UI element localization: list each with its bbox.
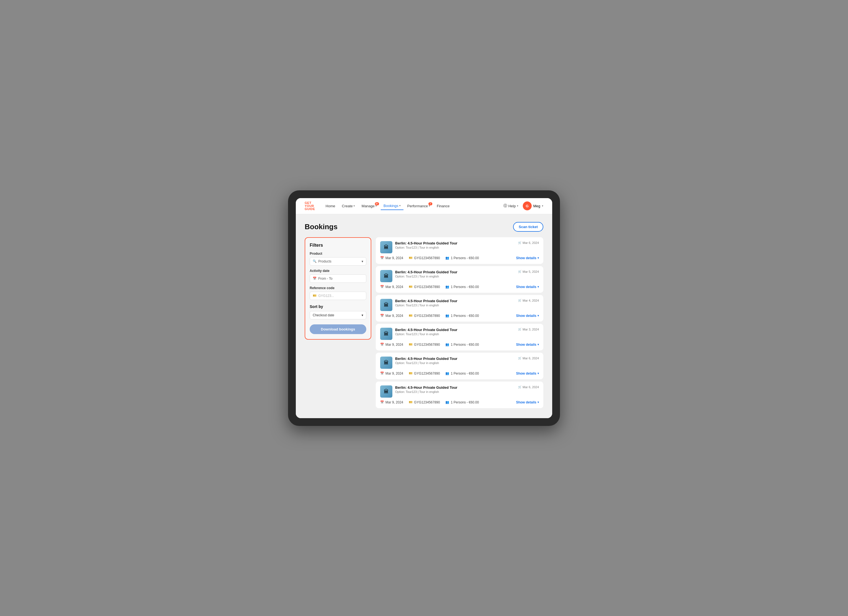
download-bookings-button[interactable]: Download bookings — [310, 324, 366, 334]
page-header: Bookings Scan ticket — [305, 222, 543, 232]
booking-date: Mar 4, 2024 — [522, 299, 539, 302]
nav-label-bookings: Bookings — [384, 204, 398, 208]
cart-icon: 🛒 — [518, 241, 521, 244]
activity-date-detail: 📅 Mar 9, 2024 — [380, 343, 403, 346]
chevron-down-icon: ▾ — [362, 313, 363, 317]
nav-label-finance: Finance — [437, 204, 449, 208]
booking-meta: Berlin: 4.5-Hour Private Guided Tour Opt… — [395, 357, 457, 364]
chevron-down-icon: ▾ — [517, 204, 518, 207]
persons-detail: 👥 1 Persons - €60.00 — [445, 343, 479, 346]
show-details-button[interactable]: Show details ▾ — [516, 314, 539, 318]
booking-info: Berlin: 4.5-Hour Private Guided Tour Opt… — [380, 241, 457, 253]
reference-code-input[interactable]: 🎫 GYG123... — [310, 292, 366, 300]
product-dropdown[interactable]: 🔍 Products ▾ — [310, 257, 366, 265]
show-details-button[interactable]: Show details ▾ — [516, 372, 539, 375]
nav-items: Home Create ▾ Manage ▾ 9+ Bookings ▾ — [323, 202, 452, 210]
header-right: ⓪ Help ▾ G Meg ▾ — [503, 201, 543, 210]
booking-meta: Berlin: 4.5-Hour Private Guided Tour Opt… — [395, 241, 457, 249]
show-details-button[interactable]: Show details ▾ — [516, 343, 539, 346]
activity-date-input[interactable]: 📅 From - To — [310, 274, 366, 283]
persons-icon: 👥 — [445, 285, 449, 289]
booking-subtitle: Option: Tour123 | Tour in english — [395, 304, 457, 307]
scan-ticket-button[interactable]: Scan ticket — [513, 222, 543, 232]
nav-item-performance[interactable]: Performance ▾ 7 — [405, 202, 433, 210]
nav-item-home[interactable]: Home — [323, 202, 338, 210]
reference-detail: 🎫 GYG1234567890 — [409, 256, 440, 260]
performance-badge: 7 — [428, 202, 432, 205]
reference-value: GYG1234567890 — [414, 285, 440, 289]
logo-line2: YOUR — [305, 204, 315, 207]
ticket-icon: 🎫 — [409, 343, 413, 346]
booking-card: Berlin: 4.5-Hour Private Guided Tour Opt… — [376, 266, 543, 293]
device-frame: GET YOUR GUIDE Home Create ▾ Manage ▾ — [288, 190, 560, 426]
booking-bottom: 📅 Mar 9, 2024 🎫 GYG1234567890 👥 1 Person… — [380, 343, 539, 346]
reference-value: GYG1234567890 — [414, 343, 440, 346]
chevron-down-icon: ▾ — [399, 204, 401, 207]
chevron-down-icon: ▾ — [538, 314, 539, 317]
sort-by-dropdown[interactable]: Checkout date ▾ — [310, 311, 366, 319]
show-details-label: Show details — [516, 400, 537, 404]
booking-card: Berlin: 4.5-Hour Private Guided Tour Opt… — [376, 353, 543, 379]
persons-price-value: 1 Persons - €60.00 — [451, 314, 479, 318]
booking-meta: Berlin: 4.5-Hour Private Guided Tour Opt… — [395, 385, 457, 394]
persons-detail: 👥 1 Persons - €60.00 — [445, 285, 479, 289]
ticket-icon: 🎫 — [409, 256, 413, 260]
activity-date-value: Mar 9, 2024 — [385, 343, 403, 346]
booking-date: Mar 6, 2024 — [522, 385, 539, 389]
show-details-button[interactable]: Show details ▾ — [516, 400, 539, 404]
activity-date-detail: 📅 Mar 9, 2024 — [380, 314, 403, 318]
booking-info: Berlin: 4.5-Hour Private Guided Tour Opt… — [380, 357, 457, 369]
product-label: Product — [310, 252, 366, 256]
booking-date: Mar 5, 2024 — [522, 270, 539, 273]
booking-bottom: 📅 Mar 9, 2024 🎫 GYG1234567890 👥 1 Person… — [380, 372, 539, 375]
show-details-label: Show details — [516, 285, 537, 289]
chevron-down-icon: ▾ — [353, 204, 355, 207]
nav-item-finance[interactable]: Finance — [434, 202, 452, 210]
booking-bottom: 📅 Mar 9, 2024 🎫 GYG1234567890 👥 1 Person… — [380, 285, 539, 289]
chevron-down-icon: ▾ — [542, 204, 543, 207]
booking-thumbnail — [380, 357, 392, 369]
reference-detail: 🎫 GYG1234567890 — [409, 343, 440, 346]
reference-code-label: Reference code — [310, 286, 366, 290]
chevron-down-icon: ▾ — [538, 256, 539, 259]
activity-date-detail: 📅 Mar 9, 2024 — [380, 256, 403, 260]
booking-meta: Berlin: 4.5-Hour Private Guided Tour Opt… — [395, 270, 457, 278]
booking-subtitle: Option: Tour123 | Tour in english — [395, 275, 457, 278]
persons-icon: 👥 — [445, 400, 449, 404]
nav-label-performance: Performance — [407, 204, 428, 208]
booking-title: Berlin: 4.5-Hour Private Guided Tour — [395, 299, 457, 303]
booking-subtitle: Option: Tour123 | Tour in english — [395, 390, 457, 394]
cart-icon: 🛒 — [518, 270, 521, 273]
help-button[interactable]: ⓪ Help ▾ — [503, 203, 518, 208]
booking-date-badge: 🛒 Mar 6, 2024 — [518, 241, 539, 244]
filters-panel: Filters Product 🔍 Products ▾ Activity da… — [305, 237, 371, 340]
reference-detail: 🎫 GYG1234567890 — [409, 285, 440, 289]
reference-value: GYG1234567890 — [414, 256, 440, 260]
logo-line1: GET — [305, 201, 315, 204]
activity-date-value: Mar 9, 2024 — [385, 256, 403, 260]
nav-item-create[interactable]: Create ▾ — [339, 202, 358, 210]
nav-item-bookings[interactable]: Bookings ▾ — [381, 202, 403, 210]
product-placeholder: Products — [318, 259, 360, 263]
cart-icon: 🛒 — [518, 328, 521, 331]
booking-card: Berlin: 4.5-Hour Private Guided Tour Opt… — [376, 324, 543, 351]
chevron-down-icon: ▾ — [538, 401, 539, 404]
show-details-button[interactable]: Show details ▾ — [516, 285, 539, 289]
activity-date-value: Mar 9, 2024 — [385, 285, 403, 289]
persons-icon: 👥 — [445, 343, 449, 346]
booking-top: Berlin: 4.5-Hour Private Guided Tour Opt… — [380, 385, 539, 398]
booking-bottom: 📅 Mar 9, 2024 🎫 GYG1234567890 👥 1 Person… — [380, 314, 539, 318]
nav-item-manage[interactable]: Manage ▾ 9+ — [359, 202, 380, 210]
persons-icon: 👥 — [445, 314, 449, 317]
avatar: G — [523, 201, 532, 210]
booking-title: Berlin: 4.5-Hour Private Guided Tour — [395, 241, 457, 245]
ticket-icon: 🎫 — [409, 372, 413, 375]
user-menu-button[interactable]: G Meg ▾ — [523, 201, 543, 210]
ticket-icon: 🎫 — [409, 285, 413, 289]
booking-thumbnail — [380, 328, 392, 340]
booking-meta: Berlin: 4.5-Hour Private Guided Tour Opt… — [395, 328, 457, 336]
persons-detail: 👥 1 Persons - €60.00 — [445, 372, 479, 375]
chevron-down-icon: ▾ — [538, 372, 539, 375]
booking-title: Berlin: 4.5-Hour Private Guided Tour — [395, 328, 457, 332]
show-details-button[interactable]: Show details ▾ — [516, 256, 539, 260]
